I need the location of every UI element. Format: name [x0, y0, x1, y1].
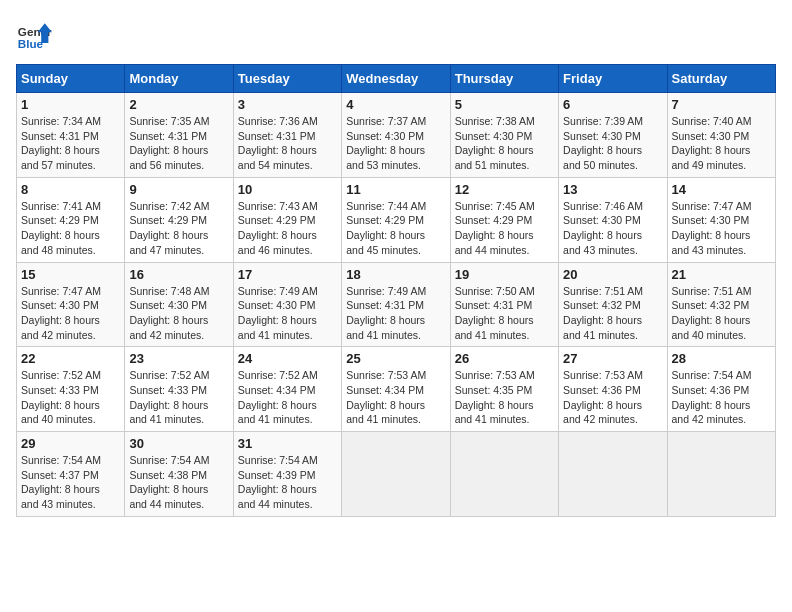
- calendar-cell: 25Sunrise: 7:53 AM Sunset: 4:34 PM Dayli…: [342, 347, 450, 432]
- page-header: General Blue: [16, 16, 776, 52]
- col-header-wednesday: Wednesday: [342, 65, 450, 93]
- calendar-week-2: 8Sunrise: 7:41 AM Sunset: 4:29 PM Daylig…: [17, 177, 776, 262]
- col-header-tuesday: Tuesday: [233, 65, 341, 93]
- calendar-cell: 26Sunrise: 7:53 AM Sunset: 4:35 PM Dayli…: [450, 347, 558, 432]
- day-number: 25: [346, 351, 445, 366]
- calendar-cell: 7Sunrise: 7:40 AM Sunset: 4:30 PM Daylig…: [667, 93, 775, 178]
- calendar-cell: 24Sunrise: 7:52 AM Sunset: 4:34 PM Dayli…: [233, 347, 341, 432]
- calendar-cell: 23Sunrise: 7:52 AM Sunset: 4:33 PM Dayli…: [125, 347, 233, 432]
- calendar-week-4: 22Sunrise: 7:52 AM Sunset: 4:33 PM Dayli…: [17, 347, 776, 432]
- day-info: Sunrise: 7:35 AM Sunset: 4:31 PM Dayligh…: [129, 114, 228, 173]
- day-number: 19: [455, 267, 554, 282]
- calendar-cell: 9Sunrise: 7:42 AM Sunset: 4:29 PM Daylig…: [125, 177, 233, 262]
- day-info: Sunrise: 7:40 AM Sunset: 4:30 PM Dayligh…: [672, 114, 771, 173]
- calendar-cell: [667, 432, 775, 517]
- day-info: Sunrise: 7:47 AM Sunset: 4:30 PM Dayligh…: [21, 284, 120, 343]
- day-info: Sunrise: 7:52 AM Sunset: 4:34 PM Dayligh…: [238, 368, 337, 427]
- day-number: 13: [563, 182, 662, 197]
- day-number: 21: [672, 267, 771, 282]
- calendar-cell: 20Sunrise: 7:51 AM Sunset: 4:32 PM Dayli…: [559, 262, 667, 347]
- day-number: 8: [21, 182, 120, 197]
- day-info: Sunrise: 7:36 AM Sunset: 4:31 PM Dayligh…: [238, 114, 337, 173]
- day-number: 11: [346, 182, 445, 197]
- day-info: Sunrise: 7:37 AM Sunset: 4:30 PM Dayligh…: [346, 114, 445, 173]
- day-number: 5: [455, 97, 554, 112]
- calendar-cell: 8Sunrise: 7:41 AM Sunset: 4:29 PM Daylig…: [17, 177, 125, 262]
- day-info: Sunrise: 7:53 AM Sunset: 4:36 PM Dayligh…: [563, 368, 662, 427]
- day-info: Sunrise: 7:46 AM Sunset: 4:30 PM Dayligh…: [563, 199, 662, 258]
- day-info: Sunrise: 7:51 AM Sunset: 4:32 PM Dayligh…: [563, 284, 662, 343]
- calendar-cell: 11Sunrise: 7:44 AM Sunset: 4:29 PM Dayli…: [342, 177, 450, 262]
- calendar-cell: 6Sunrise: 7:39 AM Sunset: 4:30 PM Daylig…: [559, 93, 667, 178]
- calendar-cell: 4Sunrise: 7:37 AM Sunset: 4:30 PM Daylig…: [342, 93, 450, 178]
- calendar-week-5: 29Sunrise: 7:54 AM Sunset: 4:37 PM Dayli…: [17, 432, 776, 517]
- calendar-cell: 14Sunrise: 7:47 AM Sunset: 4:30 PM Dayli…: [667, 177, 775, 262]
- day-number: 4: [346, 97, 445, 112]
- day-number: 30: [129, 436, 228, 451]
- day-number: 16: [129, 267, 228, 282]
- calendar-cell: [559, 432, 667, 517]
- calendar-week-3: 15Sunrise: 7:47 AM Sunset: 4:30 PM Dayli…: [17, 262, 776, 347]
- day-number: 1: [21, 97, 120, 112]
- day-number: 14: [672, 182, 771, 197]
- day-number: 24: [238, 351, 337, 366]
- calendar-cell: 13Sunrise: 7:46 AM Sunset: 4:30 PM Dayli…: [559, 177, 667, 262]
- day-info: Sunrise: 7:49 AM Sunset: 4:31 PM Dayligh…: [346, 284, 445, 343]
- calendar-cell: 18Sunrise: 7:49 AM Sunset: 4:31 PM Dayli…: [342, 262, 450, 347]
- day-info: Sunrise: 7:50 AM Sunset: 4:31 PM Dayligh…: [455, 284, 554, 343]
- logo: General Blue: [16, 16, 52, 52]
- col-header-saturday: Saturday: [667, 65, 775, 93]
- calendar-cell: 30Sunrise: 7:54 AM Sunset: 4:38 PM Dayli…: [125, 432, 233, 517]
- col-header-monday: Monday: [125, 65, 233, 93]
- calendar-cell: 19Sunrise: 7:50 AM Sunset: 4:31 PM Dayli…: [450, 262, 558, 347]
- svg-text:Blue: Blue: [18, 37, 44, 50]
- day-info: Sunrise: 7:52 AM Sunset: 4:33 PM Dayligh…: [129, 368, 228, 427]
- day-number: 31: [238, 436, 337, 451]
- day-number: 3: [238, 97, 337, 112]
- calendar-cell: 31Sunrise: 7:54 AM Sunset: 4:39 PM Dayli…: [233, 432, 341, 517]
- day-info: Sunrise: 7:42 AM Sunset: 4:29 PM Dayligh…: [129, 199, 228, 258]
- day-number: 15: [21, 267, 120, 282]
- calendar-cell: 17Sunrise: 7:49 AM Sunset: 4:30 PM Dayli…: [233, 262, 341, 347]
- day-number: 17: [238, 267, 337, 282]
- calendar-cell: 12Sunrise: 7:45 AM Sunset: 4:29 PM Dayli…: [450, 177, 558, 262]
- day-number: 10: [238, 182, 337, 197]
- day-info: Sunrise: 7:49 AM Sunset: 4:30 PM Dayligh…: [238, 284, 337, 343]
- day-number: 20: [563, 267, 662, 282]
- day-info: Sunrise: 7:38 AM Sunset: 4:30 PM Dayligh…: [455, 114, 554, 173]
- day-number: 28: [672, 351, 771, 366]
- day-number: 7: [672, 97, 771, 112]
- col-header-thursday: Thursday: [450, 65, 558, 93]
- day-info: Sunrise: 7:54 AM Sunset: 4:38 PM Dayligh…: [129, 453, 228, 512]
- calendar-cell: 21Sunrise: 7:51 AM Sunset: 4:32 PM Dayli…: [667, 262, 775, 347]
- day-info: Sunrise: 7:52 AM Sunset: 4:33 PM Dayligh…: [21, 368, 120, 427]
- day-info: Sunrise: 7:45 AM Sunset: 4:29 PM Dayligh…: [455, 199, 554, 258]
- day-info: Sunrise: 7:34 AM Sunset: 4:31 PM Dayligh…: [21, 114, 120, 173]
- calendar-cell: 15Sunrise: 7:47 AM Sunset: 4:30 PM Dayli…: [17, 262, 125, 347]
- day-number: 6: [563, 97, 662, 112]
- day-number: 9: [129, 182, 228, 197]
- day-info: Sunrise: 7:54 AM Sunset: 4:36 PM Dayligh…: [672, 368, 771, 427]
- day-info: Sunrise: 7:51 AM Sunset: 4:32 PM Dayligh…: [672, 284, 771, 343]
- day-info: Sunrise: 7:53 AM Sunset: 4:35 PM Dayligh…: [455, 368, 554, 427]
- calendar-cell: 2Sunrise: 7:35 AM Sunset: 4:31 PM Daylig…: [125, 93, 233, 178]
- day-number: 29: [21, 436, 120, 451]
- day-number: 23: [129, 351, 228, 366]
- calendar-cell: [450, 432, 558, 517]
- day-info: Sunrise: 7:53 AM Sunset: 4:34 PM Dayligh…: [346, 368, 445, 427]
- logo-icon: General Blue: [16, 16, 52, 52]
- calendar-cell: 27Sunrise: 7:53 AM Sunset: 4:36 PM Dayli…: [559, 347, 667, 432]
- day-info: Sunrise: 7:47 AM Sunset: 4:30 PM Dayligh…: [672, 199, 771, 258]
- col-header-sunday: Sunday: [17, 65, 125, 93]
- calendar-cell: 29Sunrise: 7:54 AM Sunset: 4:37 PM Dayli…: [17, 432, 125, 517]
- day-info: Sunrise: 7:43 AM Sunset: 4:29 PM Dayligh…: [238, 199, 337, 258]
- day-number: 22: [21, 351, 120, 366]
- day-info: Sunrise: 7:44 AM Sunset: 4:29 PM Dayligh…: [346, 199, 445, 258]
- day-number: 2: [129, 97, 228, 112]
- day-info: Sunrise: 7:41 AM Sunset: 4:29 PM Dayligh…: [21, 199, 120, 258]
- day-number: 27: [563, 351, 662, 366]
- calendar-cell: 16Sunrise: 7:48 AM Sunset: 4:30 PM Dayli…: [125, 262, 233, 347]
- calendar-cell: [342, 432, 450, 517]
- day-info: Sunrise: 7:48 AM Sunset: 4:30 PM Dayligh…: [129, 284, 228, 343]
- calendar-cell: 22Sunrise: 7:52 AM Sunset: 4:33 PM Dayli…: [17, 347, 125, 432]
